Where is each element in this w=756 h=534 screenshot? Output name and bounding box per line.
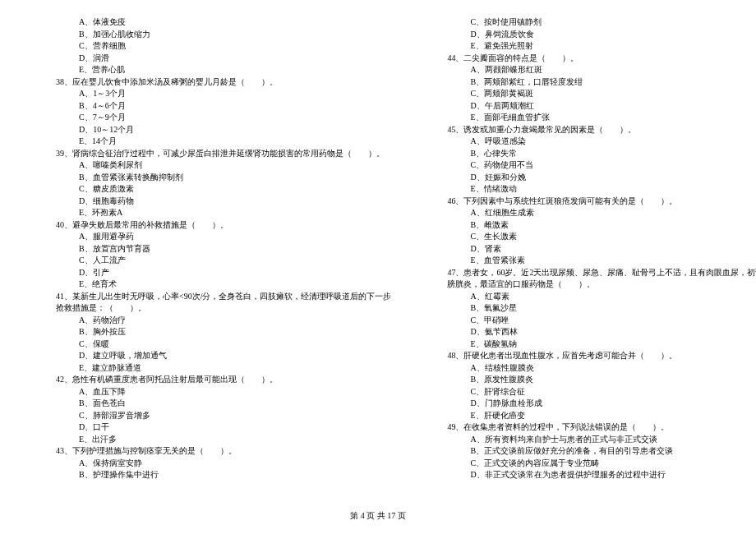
answer-option: B、原发性腹膜炎 — [424, 374, 756, 386]
answer-option: D、引产 — [33, 267, 391, 279]
answer-option: A、药物治疗 — [33, 315, 391, 327]
answer-option: D、口干 — [33, 421, 391, 434]
answer-option: E、建立静脉通道 — [33, 362, 391, 375]
question-text: 40、避孕失败后最常用的补救措施是（ ）。 — [33, 219, 391, 232]
answer-option: E、血管紧张素 — [424, 255, 756, 267]
answer-option: C、7～9个月 — [33, 112, 391, 124]
answer-option: B、两颊部紫红，口唇轻度发绀 — [424, 76, 756, 89]
answer-option: B、4～6个月 — [33, 100, 391, 113]
right-column: C、按时使用镇静剂D、鼻饲流质饮食E、避免强光照射44、二尖瓣面容的特点是（ ）… — [424, 16, 756, 481]
answer-option: C、生长激素 — [424, 231, 756, 243]
answer-option: E、避免强光照射 — [424, 40, 756, 53]
question-text: 44、二尖瓣面容的特点是（ ）。 — [424, 53, 756, 65]
question-text: 46、下列因素中与系统性红斑狼疮发病可能有关的是（ ）。 — [424, 196, 756, 208]
question-text: 42、急性有机磷重度患者阿托品注射后最可能出现（ ）。 — [33, 374, 391, 386]
page-footer: 第 4 页 共 17 页 — [0, 510, 756, 522]
answer-option: B、加强心肌收缩力 — [33, 29, 391, 41]
answer-option: D、妊娠和分娩 — [424, 172, 756, 184]
question-continuation: 膀胱炎，最适宜的口服药物是（ ）。 — [424, 279, 756, 291]
answer-option: A、所有资料均来自护士与患者的正式与非正式交谈 — [424, 434, 756, 446]
answer-option: C、两颊部黄褐斑 — [424, 88, 756, 100]
answer-option: C、保暖 — [33, 338, 391, 351]
answer-option: B、氧氟沙星 — [424, 302, 756, 315]
answer-option: D、鼻饲流质饮食 — [424, 29, 756, 41]
question-continuation: 抢救措施是：（ ）。 — [33, 302, 391, 315]
answer-option: B、正式交谈前应做好充分的准备，有目的引导患者交谈 — [424, 445, 756, 458]
answer-option: B、雌激素 — [424, 219, 756, 232]
answer-option: C、肝肾综合征 — [424, 386, 756, 398]
answer-option: D、10～12个月 — [33, 124, 391, 136]
answer-option: D、非正式交谈常在为患者提供护理服务的过程中进行 — [424, 469, 756, 481]
answer-option: E、面部毛细血管扩张 — [424, 112, 756, 124]
answer-option: A、体液免疫 — [33, 16, 391, 29]
answer-option: C、正式交谈的内容应属于专业范畴 — [424, 458, 756, 470]
question-text: 39、肾病综合征治疗过程中，可减少尿蛋白排泄并延缓肾功能损害的常用药物是（ ）。 — [33, 148, 391, 160]
question-text: 49、在收集患者资料的过程中，下列说法错误的是（ ）。 — [424, 421, 756, 434]
answer-option: D、氨苄西林 — [424, 326, 756, 338]
answer-option: A、服用避孕药 — [33, 231, 391, 243]
answer-option: E、肝硬化癌变 — [424, 410, 756, 422]
answer-option: C、营养细胞 — [33, 40, 391, 53]
answer-option: E、14个月 — [33, 136, 391, 148]
answer-option: C、人工流产 — [33, 255, 391, 267]
question-text: 48、肝硬化患者出现血性腹水，应首先考虑可能合并（ ）。 — [424, 350, 756, 362]
answer-option: E、营养心肌 — [33, 64, 391, 76]
answer-option: E、碳酸氢钠 — [424, 338, 756, 351]
answer-option: A、1～3个月 — [33, 88, 391, 100]
answer-option: D、润滑 — [33, 53, 391, 65]
answer-option: B、血管紧张素转换酶抑制剂 — [33, 172, 391, 184]
answer-option: D、建立呼吸，增加通气 — [33, 350, 391, 362]
question-text: 47、患者女，60岁。近2天出现尿频、尿急、尿痛、耻骨弓上不适，且有肉眼血尿，初… — [424, 267, 756, 279]
question-text: 43、下列护理措施与控制痉挛无关的是（ ）。 — [33, 445, 391, 458]
answer-option: A、噻嗪类利尿剂 — [33, 159, 391, 172]
answer-option: B、心律失常 — [424, 148, 756, 160]
answer-option: B、胸外按压 — [33, 326, 391, 338]
answer-option: A、结核性腹膜炎 — [424, 362, 756, 375]
answer-option: A、血压下降 — [33, 386, 391, 398]
answer-option: A、呼吸道感染 — [424, 136, 756, 148]
answer-option: D、细胞毒药物 — [33, 196, 391, 208]
answer-option: B、放置宫内节育器 — [33, 243, 391, 255]
answer-option: B、面色苍白 — [33, 398, 391, 410]
answer-option: E、出汗多 — [33, 434, 391, 446]
answer-option: D、门静脉血栓形成 — [424, 398, 756, 410]
left-column: A、体液免疫B、加强心肌收缩力C、营养细胞D、润滑E、营养心肌38、应在婴儿饮食… — [33, 16, 391, 481]
answer-option: D、午后两颊潮红 — [424, 100, 756, 113]
answer-option: C、肺部湿罗音增多 — [33, 410, 391, 422]
answer-option: B、护理操作集中进行 — [33, 469, 391, 481]
question-text: 41、某新生儿出生时无呼吸，心率<90次/分，全身苍白，四肢瘫软，经清理呼吸道后… — [33, 291, 391, 303]
answer-option: A、红霉素 — [424, 291, 756, 303]
answer-option: C、糖皮质激素 — [33, 183, 391, 196]
page-container: A、体液免疫B、加强心肌收缩力C、营养细胞D、润滑E、营养心肌38、应在婴儿饮食… — [0, 0, 756, 481]
answer-option: A、两颧部蝶形红斑 — [424, 64, 756, 76]
answer-option: C、按时使用镇静剂 — [424, 16, 756, 29]
answer-option: A、红细胞生成素 — [424, 207, 756, 219]
question-text: 38、应在婴儿饮食中添加米汤及稀粥的婴儿月龄是（ ）。 — [33, 76, 391, 89]
answer-option: E、绝育术 — [33, 279, 391, 291]
answer-option: D、肾素 — [424, 243, 756, 255]
answer-option: E、情绪激动 — [424, 183, 756, 196]
answer-option: E、环孢素A — [33, 207, 391, 219]
answer-option: A、保持病室安静 — [33, 458, 391, 470]
answer-option: C、甲硝唑 — [424, 315, 756, 327]
answer-option: C、药物使用不当 — [424, 159, 756, 172]
question-text: 45、诱发或加重心力衰竭最常见的因素是（ ）。 — [424, 124, 756, 136]
